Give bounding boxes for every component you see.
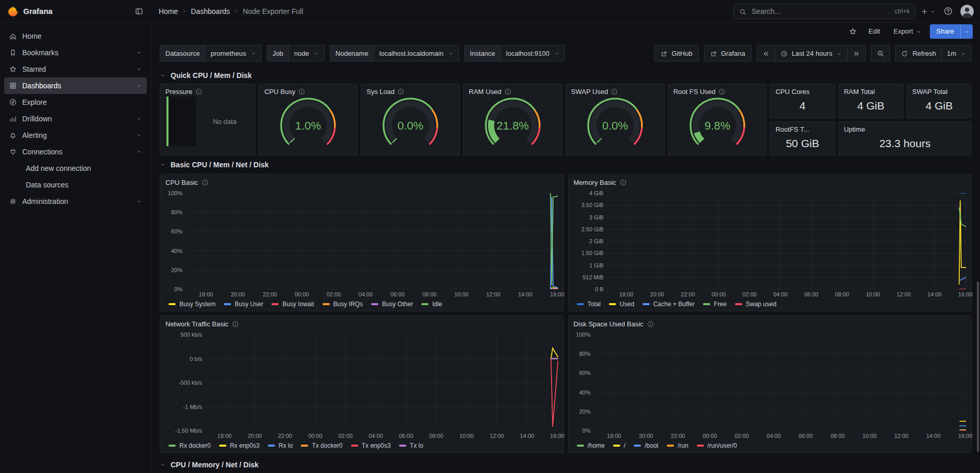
- sidebar-item-administration[interactable]: Administration: [4, 193, 147, 210]
- legend-item[interactable]: Busy Iowait: [271, 301, 314, 308]
- legend-item[interactable]: Busy User: [224, 301, 263, 308]
- info-icon[interactable]: [397, 88, 404, 95]
- legend-item[interactable]: /run/user/0: [697, 442, 737, 449]
- y-axis-tick: 60%: [579, 370, 590, 376]
- info-icon[interactable]: [647, 321, 654, 327]
- section-basic-cpu-mem-net-disk[interactable]: Basic CPU / Mem / Net / Disk: [160, 156, 972, 173]
- info-icon[interactable]: [232, 321, 239, 327]
- section-cpu-memory-net-disk[interactable]: CPU / Memory / Net / Disk: [160, 456, 972, 473]
- search-box[interactable]: ctrl+k: [733, 4, 915, 19]
- legend-item[interactable]: Rx lo: [268, 442, 293, 449]
- y-axis-tick: 3.50 GiB: [581, 202, 604, 208]
- svg-text:21.8%: 21.8%: [497, 119, 529, 132]
- refresh-button[interactable]: Refresh: [896, 45, 942, 61]
- variable-nodename[interactable]: Nodenamelocalhost.localdomain: [330, 45, 459, 61]
- legend-item[interactable]: Total: [577, 301, 601, 308]
- chevron-up-icon: [136, 149, 142, 155]
- variable-datasource[interactable]: Datasourceprometheus: [160, 45, 262, 61]
- y-axis-tick: -500 kb/s: [179, 380, 202, 386]
- favorite-star-button[interactable]: [846, 24, 860, 39]
- legend-item[interactable]: /home: [577, 442, 605, 449]
- external-link-icon: [661, 49, 667, 57]
- grafana-logo-icon[interactable]: [7, 6, 19, 17]
- sidebar-item-bookmarks[interactable]: Bookmarks: [4, 44, 147, 61]
- sidebar-item-alerting[interactable]: Alerting: [4, 127, 147, 144]
- legend-item[interactable]: Busy IRQs: [323, 301, 363, 308]
- refresh-label: Refresh: [912, 50, 936, 57]
- info-icon[interactable]: [202, 179, 208, 186]
- legend-item[interactable]: Used: [609, 301, 634, 308]
- plot-area[interactable]: [206, 335, 558, 431]
- legend-item[interactable]: Tx docker0: [301, 442, 342, 449]
- zoom-out-button[interactable]: [871, 45, 890, 61]
- legend-item[interactable]: Tx enp0s3: [351, 442, 391, 449]
- info-icon[interactable]: [504, 88, 511, 95]
- gauge-visualization: 0.0%: [361, 96, 460, 152]
- refresh-interval-picker[interactable]: 1m: [942, 45, 971, 61]
- info-icon[interactable]: [298, 88, 305, 95]
- legend-item[interactable]: /boot: [634, 442, 659, 449]
- sidebar-toggle-icon[interactable]: [132, 4, 146, 19]
- time-range-picker[interactable]: Last 24 hours: [775, 45, 848, 61]
- share-label[interactable]: Share: [930, 24, 960, 39]
- variable-value-dropdown[interactable]: localhost:9100: [501, 45, 564, 61]
- time-shift-forward-button[interactable]: [848, 45, 865, 61]
- sidebar-item-dashboards[interactable]: Dashboards: [4, 77, 147, 94]
- help-icon[interactable]: [941, 4, 955, 19]
- sidebar-item-starred[interactable]: Starred: [4, 61, 147, 77]
- legend-item[interactable]: Idle: [421, 301, 442, 308]
- legend-item[interactable]: Swap used: [735, 301, 776, 308]
- sidebar-item-drilldown[interactable]: Drilldown: [4, 111, 147, 127]
- variable-instance[interactable]: Instancelocalhost:9100: [464, 45, 565, 61]
- legend-item[interactable]: Rx docker0: [169, 442, 211, 449]
- chevrons-right-icon: [853, 49, 860, 57]
- sidebar-item-label: Connections: [22, 148, 63, 156]
- variable-value-dropdown[interactable]: localhost.localdomain: [374, 45, 458, 61]
- x-axis-tick: 22:00: [278, 433, 293, 439]
- user-avatar[interactable]: [960, 5, 974, 18]
- plot-area[interactable]: [187, 193, 558, 289]
- legend-swatch: [667, 445, 674, 447]
- panel-ram-total: RAM Total4 GiB: [838, 84, 904, 118]
- info-icon[interactable]: [611, 88, 618, 95]
- plot-area[interactable]: [595, 335, 967, 431]
- dashboard-link-grafana[interactable]: Grafana: [704, 45, 752, 61]
- legend-item[interactable]: /run: [667, 442, 688, 449]
- info-icon[interactable]: [718, 88, 725, 95]
- scrollbar-thumb[interactable]: [977, 281, 979, 452]
- variable-value-dropdown[interactable]: node: [289, 45, 324, 61]
- search-input[interactable]: [751, 7, 891, 16]
- variable-value-dropdown[interactable]: prometheus: [205, 45, 261, 61]
- template-variables: DatasourceprometheusJobnodeNodenamelocal…: [160, 45, 565, 61]
- share-menu-caret[interactable]: [960, 24, 973, 39]
- legend-item[interactable]: Rx enp0s3: [219, 442, 259, 449]
- section-quick-cpu-mem-disk[interactable]: Quick CPU / Mem / Disk: [160, 67, 972, 84]
- sidebar-item-home[interactable]: Home: [4, 28, 147, 44]
- breadcrumb-home[interactable]: Home: [159, 7, 178, 15]
- legend-label: Free: [714, 301, 727, 308]
- legend-item[interactable]: Cache + Buffer: [642, 301, 695, 308]
- breadcrumb-dashboards[interactable]: Dashboards: [191, 7, 230, 15]
- time-range-label: Last 24 hours: [792, 50, 833, 57]
- share-button[interactable]: Share: [930, 24, 973, 39]
- dashboard-link-github[interactable]: GitHub: [654, 45, 698, 61]
- variable-job[interactable]: Jobnode: [267, 45, 325, 61]
- time-shift-back-button[interactable]: [757, 45, 775, 61]
- legend-item[interactable]: Busy System: [169, 301, 216, 308]
- info-icon[interactable]: [620, 179, 626, 186]
- legend-item[interactable]: Tx lo: [399, 442, 423, 449]
- edit-button[interactable]: Edit: [863, 24, 885, 39]
- sidebar-item-connections[interactable]: Connections: [4, 144, 147, 160]
- stat-value: 4: [770, 96, 834, 118]
- export-button[interactable]: Export: [889, 24, 927, 39]
- plot-area[interactable]: [608, 193, 967, 289]
- info-icon[interactable]: [195, 88, 202, 95]
- legend-swatch: [577, 445, 584, 447]
- sidebar-item-data-sources[interactable]: Data sources: [4, 177, 147, 193]
- legend-item[interactable]: Busy Other: [371, 301, 413, 308]
- legend-item[interactable]: Free: [703, 301, 727, 308]
- legend-item[interactable]: /: [613, 442, 625, 449]
- new-menu-button[interactable]: [921, 4, 936, 19]
- sidebar-item-add-new-connection[interactable]: Add new connection: [4, 160, 147, 177]
- sidebar-item-explore[interactable]: Explore: [4, 94, 147, 111]
